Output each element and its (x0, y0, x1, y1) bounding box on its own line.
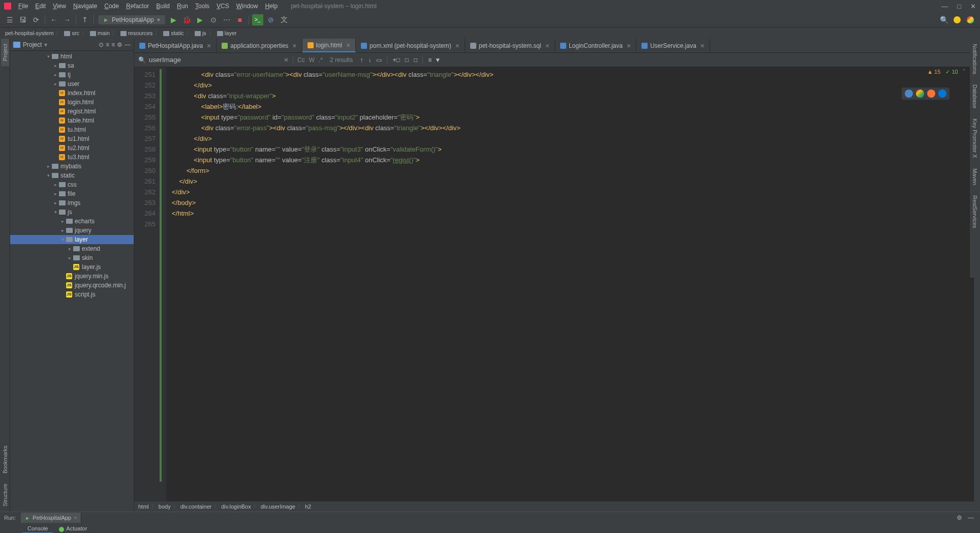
avatar-icon[interactable] (952, 14, 963, 25)
remove-occ-icon[interactable]: □ (414, 56, 417, 64)
tree-item-file[interactable]: ▸file (10, 189, 134, 198)
tree-item-jquery[interactable]: ▸jquery (10, 226, 134, 235)
forward-icon[interactable]: → (62, 14, 73, 25)
find-next-icon[interactable]: ↓ (368, 56, 371, 64)
menu-code[interactable]: Code (101, 2, 122, 11)
run-tab[interactable]: ► PetHospitalApp × (21, 513, 81, 523)
collapse-all-icon[interactable]: ≡ (111, 41, 115, 48)
menu-view[interactable]: View (50, 2, 69, 11)
tree-item-sa[interactable]: ▸sa (10, 61, 134, 70)
left-tab-structure[interactable]: Structure (1, 479, 9, 512)
firefox-icon[interactable] (927, 90, 935, 98)
tree-item-mybatis[interactable]: ▸mybatis (10, 162, 134, 171)
code-editor[interactable]: 2512522532542552562572582592602612622632… (134, 67, 980, 501)
code-path-item[interactable]: html (138, 504, 149, 510)
python-console-icon[interactable]: >_ (252, 14, 263, 25)
editor-tab[interactable]: pet-hospital-system.sql× (465, 39, 555, 52)
select-all-occ-icon[interactable]: □ (405, 56, 409, 64)
settings-icon[interactable]: ⚙ (117, 41, 122, 48)
edge-icon[interactable] (938, 90, 946, 98)
tree-item-imgs[interactable]: ▸imgs (10, 198, 134, 208)
breadcrumb-item[interactable]: layer (216, 30, 237, 36)
tree-item-skin[interactable]: ▸skin (10, 253, 134, 262)
left-tab-project[interactable]: Project (1, 39, 9, 66)
open-icon[interactable]: ☰ (4, 14, 15, 25)
menu-window[interactable]: Window (233, 2, 261, 11)
tree-item-echarts[interactable]: ▸echarts (10, 217, 134, 226)
tree-item-table-html[interactable]: Htable.html (10, 116, 134, 125)
inspection-widget[interactable]: ▲ 15 ✓ 10 ˆˇ (927, 68, 972, 75)
editor-tab[interactable]: pom.xml (pet-hospital-system)× (356, 39, 465, 52)
breadcrumb-item[interactable]: resources (119, 30, 152, 36)
browser-preview-badges[interactable] (902, 87, 950, 100)
run-hide-icon[interactable]: — (968, 514, 974, 521)
right-tab-restservices[interactable]: RestServices (971, 190, 979, 233)
coverage-icon[interactable]: ▶ (195, 14, 206, 25)
tree-item-script-js[interactable]: JSscript.js (10, 290, 134, 299)
editor-tab[interactable]: login.html× (302, 39, 356, 52)
menu-help[interactable]: Help (262, 2, 281, 11)
menu-vcs[interactable]: VCS (213, 2, 232, 11)
editor-tab[interactable]: UserService.java× (636, 39, 710, 52)
tree-item-static[interactable]: ▾static (10, 171, 134, 180)
sync-icon[interactable]: ⟳ (30, 14, 42, 25)
tree-item-css[interactable]: ▸css (10, 180, 134, 189)
menu-tools[interactable]: Tools (192, 2, 212, 11)
tree-item-regist-html[interactable]: Hregist.html (10, 107, 134, 116)
editor-tab[interactable]: PetHospitalApp.java× (134, 39, 217, 52)
breadcrumb-item[interactable]: js (194, 30, 206, 36)
tree-item-tu3-html[interactable]: Htu3.html (10, 153, 134, 162)
tab-close-icon[interactable]: × (700, 42, 705, 50)
maximize-icon[interactable]: □ (957, 3, 961, 10)
menu-file[interactable]: File (15, 2, 31, 11)
breadcrumb-item[interactable]: pet-hospital-system (5, 30, 53, 36)
run-subtab-actuator[interactable]: Actuator (54, 524, 92, 532)
find-select-all-icon[interactable]: ▭ (376, 56, 382, 64)
attach-icon[interactable]: ⋯ (221, 14, 232, 25)
find-filter-icon[interactable]: ≡ (428, 56, 432, 64)
tree-item-js[interactable]: ▾js (10, 208, 134, 217)
add-config-icon[interactable]: ⤒ (79, 14, 90, 25)
find-prev-input-icon[interactable]: ✕ (284, 56, 289, 64)
match-case[interactable]: Cc (297, 56, 305, 64)
editor-tab[interactable]: LoginController.java× (555, 39, 636, 52)
expand-all-icon[interactable]: ≡ (106, 41, 109, 48)
code-path-item[interactable]: body (159, 504, 171, 510)
code-path-item[interactable]: h2 (305, 504, 311, 510)
tree-item-tu1-html[interactable]: Htu1.html (10, 134, 134, 143)
tree-item-extend[interactable]: ▸extend (10, 244, 134, 253)
tree-item-layer-js[interactable]: JSlayer.js (10, 262, 134, 272)
chrome-icon[interactable] (916, 90, 924, 98)
left-tab-bookmarks[interactable]: Bookmarks (1, 440, 9, 479)
code-content[interactable]: <div class="error-userName"><div class="… (167, 67, 974, 501)
breadcrumb-item[interactable]: static (162, 30, 184, 36)
tab-close-icon[interactable]: × (346, 41, 350, 49)
breadcrumb-item[interactable]: main (89, 30, 110, 36)
menu-run[interactable]: Run (174, 2, 191, 11)
find-prev-icon[interactable]: ↑ (360, 56, 363, 64)
tree-item-tj[interactable]: ▸tj (10, 70, 134, 79)
select-opened-icon[interactable]: ⊙ (99, 41, 104, 48)
tree-item-tu-html[interactable]: Htu.html (10, 125, 134, 134)
tab-close-icon[interactable]: × (627, 42, 631, 50)
minimize-icon[interactable]: — (941, 3, 948, 10)
tab-close-icon[interactable]: × (207, 42, 211, 50)
right-tab-notifications[interactable]: Notifications (971, 39, 979, 79)
hide-panel-icon[interactable]: — (125, 41, 131, 48)
code-path-item[interactable]: div.loginBox (221, 504, 251, 510)
inspect-icon[interactable]: ⊘ (265, 14, 277, 25)
right-tab-database[interactable]: Database (971, 79, 979, 113)
tree-item-user[interactable]: ▸user (10, 79, 134, 88)
tree-item-jquery-min-js[interactable]: JSjquery.min.js (10, 272, 134, 281)
ide-update-icon[interactable] (965, 14, 976, 25)
tree-item-login-html[interactable]: Hlogin.html (10, 98, 134, 107)
find-funnel-icon[interactable]: ▼ (435, 56, 441, 64)
save-icon[interactable]: 🖫 (17, 14, 28, 25)
tree-item-html[interactable]: ▾html (10, 52, 134, 61)
debug-icon[interactable]: 🐞 (181, 14, 193, 25)
editor-tab[interactable]: application.properties× (217, 39, 302, 52)
profile-icon[interactable]: ⊙ (208, 14, 219, 25)
idea-browser-icon[interactable] (905, 90, 913, 98)
stop-icon[interactable]: ■ (234, 14, 246, 25)
tree-item-jquery-qrcode-min-j[interactable]: JSjquery.qrcode.min.j (10, 281, 134, 290)
